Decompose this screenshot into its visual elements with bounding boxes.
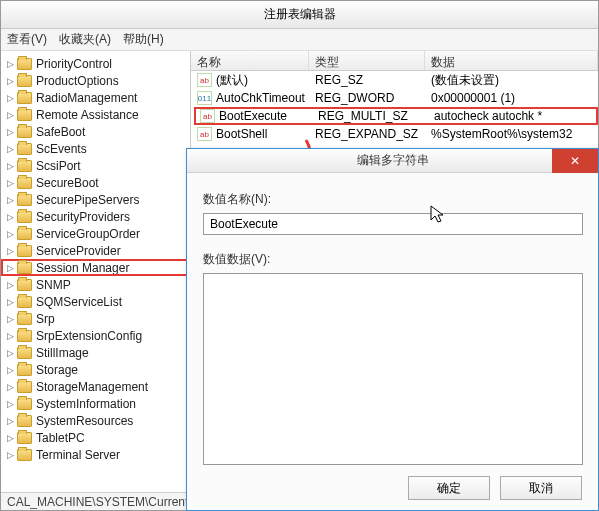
expand-icon[interactable]: ▷ xyxy=(5,399,15,409)
tree-item[interactable]: ▷Storage xyxy=(1,361,190,378)
tree-item[interactable]: ▷SecureBoot xyxy=(1,174,190,191)
list-row[interactable]: abBootExecuteREG_MULTI_SZautocheck autoc… xyxy=(194,107,598,125)
expand-icon[interactable]: ▷ xyxy=(5,59,15,69)
window-title: 注册表编辑器 xyxy=(264,6,336,23)
expand-icon[interactable]: ▷ xyxy=(5,365,15,375)
folder-icon xyxy=(17,126,32,138)
expand-icon[interactable]: ▷ xyxy=(5,331,15,341)
expand-icon[interactable]: ▷ xyxy=(5,382,15,392)
tree-item[interactable]: ▷SQMServiceList xyxy=(1,293,190,310)
value-name: BootExecute xyxy=(219,109,287,123)
list-row[interactable]: abBootShellREG_EXPAND_SZ%SystemRoot%\sys… xyxy=(191,125,598,143)
menu-bar: 查看(V) 收藏夹(A) 帮助(H) xyxy=(1,29,598,51)
folder-icon xyxy=(17,449,32,461)
value-type: REG_EXPAND_SZ xyxy=(309,127,425,141)
expand-icon[interactable]: ▷ xyxy=(5,127,15,137)
expand-icon[interactable]: ▷ xyxy=(5,433,15,443)
value-icon: ab xyxy=(200,109,215,123)
dialog-title-bar: 编辑多字符串 ✕ xyxy=(187,149,598,173)
tree-item[interactable]: ▷ServiceProvider xyxy=(1,242,190,259)
tree-item-label: SrpExtensionConfig xyxy=(36,329,142,343)
folder-icon xyxy=(17,313,32,325)
tree-item[interactable]: ▷SystemResources xyxy=(1,412,190,429)
tree-item-label: Remote Assistance xyxy=(36,108,139,122)
col-header-name[interactable]: 名称 xyxy=(191,51,309,70)
col-header-data[interactable]: 数据 xyxy=(425,51,598,70)
expand-icon[interactable]: ▷ xyxy=(5,416,15,426)
expand-icon[interactable]: ▷ xyxy=(5,297,15,307)
folder-icon xyxy=(17,330,32,342)
expand-icon[interactable]: ▷ xyxy=(5,93,15,103)
tree-item[interactable]: ▷ProductOptions xyxy=(1,72,190,89)
tree-pane[interactable]: ▷PriorityControl▷ProductOptions▷RadioMan… xyxy=(1,51,191,492)
tree-item-label: ScEvents xyxy=(36,142,87,156)
tree-item[interactable]: ▷ServiceGroupOrder xyxy=(1,225,190,242)
value-name: BootShell xyxy=(216,127,267,141)
folder-icon xyxy=(17,92,32,104)
value-icon: ab xyxy=(197,73,212,87)
folder-icon xyxy=(17,109,32,121)
edit-multistring-dialog: 编辑多字符串 ✕ 数值名称(N): 数值数据(V): 确定 取消 xyxy=(186,148,599,511)
tree-item[interactable]: ▷SystemInformation xyxy=(1,395,190,412)
tree-item-label: SystemResources xyxy=(36,414,133,428)
value-name-input[interactable] xyxy=(203,213,583,235)
expand-icon[interactable]: ▷ xyxy=(5,195,15,205)
value-data-textarea[interactable] xyxy=(203,273,583,465)
tree-item[interactable]: ▷Remote Assistance xyxy=(1,106,190,123)
folder-icon xyxy=(17,211,32,223)
close-button[interactable]: ✕ xyxy=(552,149,598,173)
tree-item[interactable]: ▷RadioManagement xyxy=(1,89,190,106)
tree-item-label: SNMP xyxy=(36,278,71,292)
cancel-button[interactable]: 取消 xyxy=(500,476,582,500)
tree-item[interactable]: ▷Session Manager xyxy=(1,259,190,276)
expand-icon[interactable]: ▷ xyxy=(5,144,15,154)
tree-item[interactable]: ▷TabletPC xyxy=(1,429,190,446)
tree-item[interactable]: ▷Srp xyxy=(1,310,190,327)
tree-item-label: TabletPC xyxy=(36,431,85,445)
tree-item[interactable]: ▷SecurityProviders xyxy=(1,208,190,225)
tree-item-label: SystemInformation xyxy=(36,397,136,411)
list-row[interactable]: ab(默认)REG_SZ(数值未设置) xyxy=(191,71,598,89)
tree-item[interactable]: ▷PriorityControl xyxy=(1,55,190,72)
tree-item[interactable]: ▷SafeBoot xyxy=(1,123,190,140)
value-type: REG_MULTI_SZ xyxy=(312,109,428,123)
value-icon: ab xyxy=(197,127,212,141)
expand-icon[interactable]: ▷ xyxy=(5,161,15,171)
expand-icon[interactable]: ▷ xyxy=(5,229,15,239)
expand-icon[interactable]: ▷ xyxy=(5,76,15,86)
title-bar: 注册表编辑器 xyxy=(1,1,598,29)
tree-item-label: SafeBoot xyxy=(36,125,85,139)
expand-icon[interactable]: ▷ xyxy=(5,280,15,290)
expand-icon[interactable]: ▷ xyxy=(5,110,15,120)
menu-help[interactable]: 帮助(H) xyxy=(123,31,164,48)
expand-icon[interactable]: ▷ xyxy=(5,450,15,460)
tree-item[interactable]: ▷Terminal Server xyxy=(1,446,190,463)
menu-favorites[interactable]: 收藏夹(A) xyxy=(59,31,111,48)
value-name: (默认) xyxy=(216,72,248,89)
expand-icon[interactable]: ▷ xyxy=(5,178,15,188)
tree-item[interactable]: ▷SrpExtensionConfig xyxy=(1,327,190,344)
expand-icon[interactable]: ▷ xyxy=(5,246,15,256)
tree-item[interactable]: ▷StillImage xyxy=(1,344,190,361)
folder-icon xyxy=(17,143,32,155)
value-data-label: 数值数据(V): xyxy=(203,251,582,268)
expand-icon[interactable]: ▷ xyxy=(5,212,15,222)
folder-icon xyxy=(17,347,32,359)
tree-item-label: ProductOptions xyxy=(36,74,119,88)
value-data: autocheck autochk * xyxy=(428,109,598,123)
menu-view[interactable]: 查看(V) xyxy=(7,31,47,48)
tree-item-label: ScsiPort xyxy=(36,159,81,173)
expand-icon[interactable]: ▷ xyxy=(5,263,15,273)
col-header-type[interactable]: 类型 xyxy=(309,51,425,70)
tree-item[interactable]: ▷ScEvents xyxy=(1,140,190,157)
tree-item[interactable]: ▷StorageManagement xyxy=(1,378,190,395)
tree-item[interactable]: ▷SNMP xyxy=(1,276,190,293)
dialog-body: 数值名称(N): 数值数据(V): 确定 取消 xyxy=(187,173,598,510)
folder-icon xyxy=(17,398,32,410)
ok-button[interactable]: 确定 xyxy=(408,476,490,500)
tree-item[interactable]: ▷SecurePipeServers xyxy=(1,191,190,208)
expand-icon[interactable]: ▷ xyxy=(5,348,15,358)
tree-item[interactable]: ▷ScsiPort xyxy=(1,157,190,174)
expand-icon[interactable]: ▷ xyxy=(5,314,15,324)
list-row[interactable]: 011AutoChkTimeoutREG_DWORD0x00000001 (1) xyxy=(191,89,598,107)
